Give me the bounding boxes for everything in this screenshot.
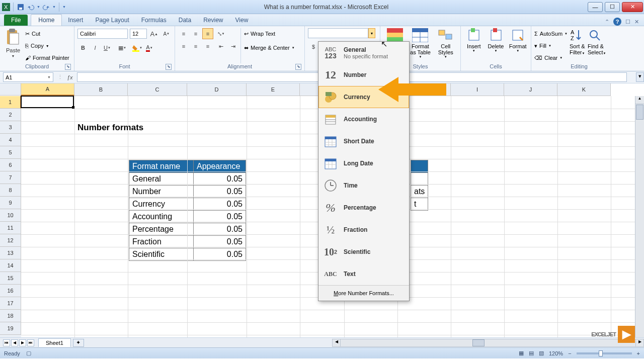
macro-record-icon[interactable]: ▢ bbox=[26, 350, 31, 356]
format-as-table-button[interactable]: Format as Table▼ bbox=[409, 28, 432, 63]
dd-item-scientific[interactable]: 102 Scientific bbox=[318, 241, 409, 263]
row-header-2[interactable]: 2 bbox=[0, 109, 21, 121]
last-sheet-button[interactable]: ⏭ bbox=[27, 339, 34, 346]
row-header-17[interactable]: 17 bbox=[0, 297, 21, 310]
row-header-15[interactable]: 15 bbox=[0, 272, 21, 285]
row-header-5[interactable]: 5 bbox=[0, 146, 21, 159]
row-header-1[interactable]: 1 bbox=[0, 96, 21, 109]
decrease-font-icon[interactable]: A▼ bbox=[162, 28, 172, 39]
name-box[interactable]: A1▼ bbox=[3, 72, 53, 82]
row-header-13[interactable]: 13 bbox=[0, 247, 21, 259]
row-header-11[interactable]: 11 bbox=[0, 222, 21, 234]
row-header-12[interactable]: 12 bbox=[0, 234, 21, 247]
fill-button[interactable]: ▾Fill▼ bbox=[534, 40, 568, 51]
row-header-6[interactable]: 6 bbox=[0, 159, 21, 171]
number-format-dropdown-button[interactable]: ▼ bbox=[368, 28, 375, 38]
font-color-button[interactable]: A▼ bbox=[144, 42, 155, 53]
save-icon[interactable] bbox=[17, 3, 25, 11]
fill-color-button[interactable]: ▼ bbox=[132, 42, 143, 53]
column-header-K[interactable]: K bbox=[557, 83, 611, 96]
accounting-format-icon[interactable]: $ bbox=[308, 41, 319, 52]
merge-center-button[interactable]: ⬌Merge & Center▼ bbox=[244, 42, 295, 53]
font-name-input[interactable] bbox=[77, 29, 128, 39]
window-close-icon[interactable]: ✕ bbox=[634, 19, 639, 25]
align-bottom-icon[interactable]: ≡ bbox=[202, 28, 213, 39]
zoom-out-button[interactable]: − bbox=[568, 350, 571, 356]
tab-review[interactable]: Review bbox=[197, 15, 229, 26]
cell-styles-button[interactable]: Cell Styles▼ bbox=[434, 28, 457, 63]
number-format-input[interactable] bbox=[308, 28, 368, 38]
select-all-corner[interactable] bbox=[0, 83, 21, 96]
orientation-icon[interactable]: ⤡▼ bbox=[215, 28, 226, 39]
clipboard-dialog-launcher[interactable]: ⬊ bbox=[65, 64, 71, 70]
align-right-icon[interactable]: ≡ bbox=[202, 41, 213, 52]
column-header-A[interactable]: A bbox=[21, 83, 74, 96]
row-header-18[interactable]: 18 bbox=[0, 310, 21, 322]
find-select-button[interactable]: Find & Select▼ bbox=[588, 28, 606, 63]
new-sheet-button[interactable]: ✦ bbox=[73, 339, 84, 347]
redo-icon[interactable] bbox=[42, 3, 50, 11]
sheet-tab-sheet1[interactable]: Sheet1 bbox=[38, 338, 71, 347]
help-icon[interactable]: ? bbox=[613, 18, 621, 26]
column-header-C[interactable]: C bbox=[128, 83, 187, 96]
column-header-J[interactable]: J bbox=[504, 83, 557, 96]
zoom-slider[interactable] bbox=[577, 352, 632, 354]
column-header-E[interactable]: E bbox=[247, 83, 300, 96]
bold-button[interactable]: B bbox=[77, 42, 89, 53]
font-size-input[interactable] bbox=[130, 29, 147, 39]
tab-page-layout[interactable]: Page Layout bbox=[89, 15, 135, 26]
cut-button[interactable]: ✂Cut bbox=[25, 28, 69, 39]
column-header-B[interactable]: B bbox=[74, 83, 128, 96]
row-header-8[interactable]: 8 bbox=[0, 184, 21, 197]
dd-item-fraction[interactable]: ½ Fraction bbox=[318, 219, 409, 241]
zoom-level[interactable]: 120% bbox=[549, 350, 563, 356]
column-header-D[interactable]: D bbox=[187, 83, 247, 96]
tab-home[interactable]: Home bbox=[31, 14, 62, 26]
tab-formulas[interactable]: Formulas bbox=[135, 15, 173, 26]
row-header-7[interactable]: 7 bbox=[0, 171, 21, 184]
font-dialog-launcher[interactable]: ⬊ bbox=[166, 64, 172, 70]
underline-button[interactable]: U▼ bbox=[102, 42, 113, 53]
next-sheet-button[interactable]: ▶ bbox=[19, 339, 26, 346]
column-header-I[interactable]: I bbox=[451, 83, 504, 96]
active-cell[interactable] bbox=[21, 96, 74, 108]
dd-item-percentage[interactable]: % Percentage bbox=[318, 197, 409, 219]
view-page-layout-icon[interactable]: ▤ bbox=[529, 350, 534, 356]
tab-data[interactable]: Data bbox=[173, 15, 197, 26]
italic-button[interactable]: I bbox=[90, 42, 101, 53]
row-header-10[interactable]: 10 bbox=[0, 209, 21, 222]
delete-cells-button[interactable]: Delete▼ bbox=[486, 28, 506, 63]
autosum-button[interactable]: ΣAutoSum▼ bbox=[534, 28, 568, 39]
tab-file[interactable]: File bbox=[4, 15, 28, 26]
wrap-text-button[interactable]: ↩Wrap Text bbox=[244, 28, 295, 39]
zoom-in-button[interactable]: + bbox=[637, 350, 640, 356]
expand-formula-bar[interactable]: ▾ bbox=[636, 72, 644, 82]
dd-item-short-date[interactable]: Short Date bbox=[318, 130, 409, 152]
row-header-4[interactable]: 4 bbox=[0, 134, 21, 146]
row-header-3[interactable]: 3 bbox=[0, 121, 21, 134]
row-header-9[interactable]: 9 bbox=[0, 197, 21, 209]
copy-button[interactable]: ⎘Copy▼ bbox=[25, 40, 69, 51]
dd-item-long-date[interactable]: Long Date bbox=[318, 152, 409, 174]
fx-icon[interactable]: ƒx bbox=[67, 74, 73, 80]
tab-view[interactable]: View bbox=[229, 15, 255, 26]
dd-item-text[interactable]: ABC Text bbox=[318, 263, 409, 285]
vertical-scrollbar[interactable]: ▲ bbox=[635, 96, 644, 337]
row-header-14[interactable]: 14 bbox=[0, 259, 21, 272]
border-button[interactable]: ▦▼ bbox=[117, 42, 128, 53]
view-normal-icon[interactable]: ▦ bbox=[519, 350, 524, 356]
insert-cells-button[interactable]: Insert▼ bbox=[464, 28, 484, 63]
clear-button[interactable]: ⌫Clear▼ bbox=[534, 52, 568, 63]
increase-font-icon[interactable]: A▲ bbox=[149, 28, 159, 39]
align-left-icon[interactable]: ≡ bbox=[178, 41, 189, 52]
decrease-indent-icon[interactable]: ⇤ bbox=[215, 41, 226, 52]
window-restore-icon[interactable]: ☐ bbox=[625, 19, 630, 25]
row-header-16[interactable]: 16 bbox=[0, 285, 21, 297]
increase-indent-icon[interactable]: ⇥ bbox=[227, 41, 238, 52]
row-header-19[interactable]: 19 bbox=[0, 322, 21, 335]
first-sheet-button[interactable]: ⏮ bbox=[3, 339, 10, 346]
alignment-dialog-launcher[interactable]: ⬊ bbox=[295, 64, 301, 70]
paste-button[interactable]: Paste ▼ bbox=[3, 28, 23, 63]
dd-item-general[interactable]: ABC123 GeneralNo specific format bbox=[318, 42, 409, 64]
minimize-ribbon-icon[interactable]: ⌃ bbox=[605, 19, 609, 25]
